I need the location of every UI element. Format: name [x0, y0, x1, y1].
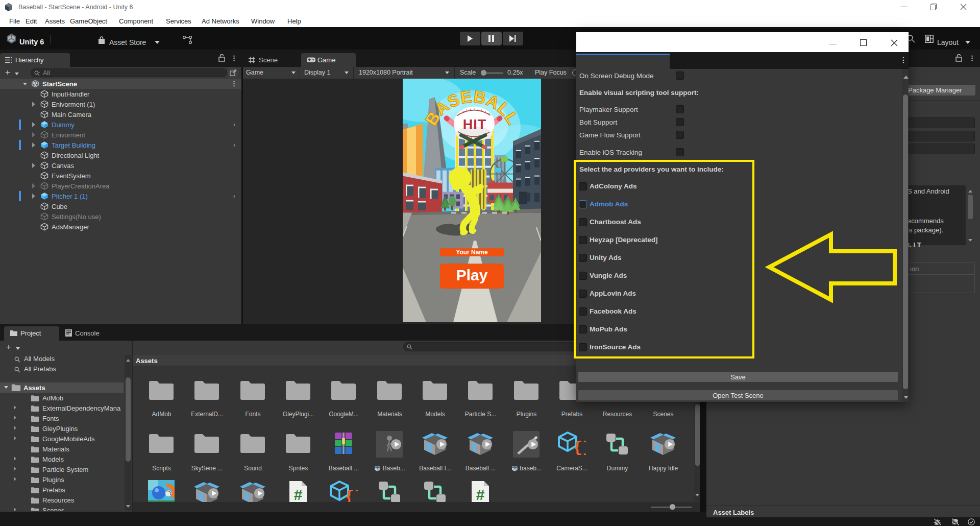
svg-text:Play: Play [456, 267, 488, 283]
svg-text:HIT: HIT [463, 117, 487, 132]
svg-text:Your Name: Your Name [456, 249, 488, 256]
